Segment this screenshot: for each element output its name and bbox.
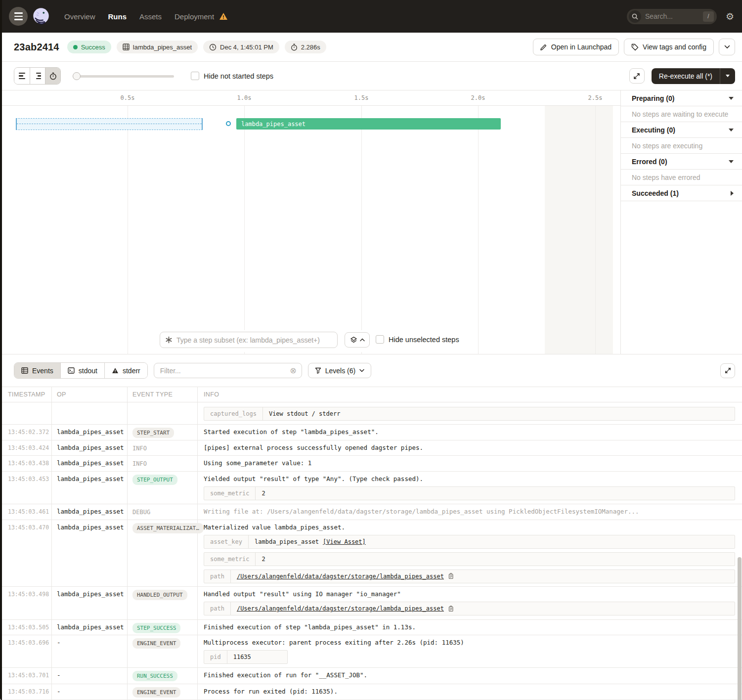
search-input[interactable]: Search... /: [627, 9, 717, 24]
gantt-chart-area[interactable]: lambda_pipes_asset Hide unselected steps: [0, 106, 620, 354]
metadata-entry: asset_key lambda_pipes_asset[View Asset]: [204, 535, 735, 549]
event-type-label: INFO: [132, 460, 147, 467]
view-stdout-stderr-link[interactable]: View stdout / stderr: [269, 410, 341, 418]
job-name: lambda_pipes_asset: [133, 44, 192, 51]
tab-stderr[interactable]: stderr: [104, 363, 147, 378]
dagster-logo-icon[interactable]: [31, 6, 51, 27]
table-header-row: TIMESTAMP OP EVENT TYPE INFO: [0, 387, 742, 402]
tag-icon: [631, 44, 639, 51]
metadata-value: 2: [256, 487, 271, 500]
hide-unselected-wrap: Hide unselected steps: [376, 335, 459, 344]
nav-link-runs[interactable]: Runs: [108, 12, 127, 21]
panel-section-preparing[interactable]: Preparing (0): [621, 90, 742, 106]
zoom-slider[interactable]: [73, 72, 174, 80]
nav-link-overview[interactable]: Overview: [64, 12, 95, 21]
tab-events[interactable]: Events: [14, 363, 60, 378]
panel-section-errored[interactable]: Errored (0): [621, 154, 742, 170]
expand-icon: [725, 367, 731, 374]
metadata-entry: some_metric 2: [204, 486, 735, 500]
time-axis: 0.5s 1.0s 1.5s 2.0s 2.5s: [0, 90, 620, 106]
copy-icon[interactable]: [448, 606, 454, 612]
table-row: 13:45:03.696 - ENGINE_EVENT Multiprocess…: [0, 635, 742, 668]
view-asset-link[interactable]: [View Asset]: [323, 538, 366, 546]
copy-icon[interactable]: [448, 573, 454, 579]
table-row: captured_logs View stdout / stderr: [0, 402, 742, 425]
log-filter-input[interactable]: [160, 367, 290, 375]
zoom-slider-thumb[interactable]: [73, 72, 81, 80]
section-empty-text: No steps are waiting to execute: [632, 110, 728, 118]
nested-list-icon: [34, 73, 41, 80]
materialization-dot-marker[interactable]: [226, 121, 231, 126]
panel-section-succeeded[interactable]: Succeeded (1): [621, 185, 742, 201]
settings-gear-icon[interactable]: ⚙: [726, 12, 734, 21]
warning-triangle-icon: [112, 367, 119, 374]
metadata-key: some_metric: [204, 487, 256, 500]
event-message: Materialized value lambda_pipes_asset.: [204, 524, 736, 531]
duration-tag: 2.286s: [285, 41, 326, 53]
col-event-type: EVENT TYPE: [128, 387, 198, 402]
funnel-icon: [315, 367, 321, 374]
step-status-panel: Preparing (0) No steps are waiting to ex…: [621, 90, 742, 354]
table-row: 13:45:03.498 lambda_pipes_asset HANDLED_…: [0, 587, 742, 619]
graph-query-toggle-button[interactable]: [345, 332, 370, 348]
step-bar-label: lambda_pipes_asset: [241, 121, 306, 128]
expand-icon: [633, 73, 640, 80]
status-dot-icon: [73, 45, 78, 49]
hide-unselected-checkbox[interactable]: [376, 335, 384, 344]
gantt-toolbar: Hide not started steps Re-execute all (*…: [0, 62, 742, 90]
path-link[interactable]: /Users/alangenfeld/data/dagster/storage/…: [237, 572, 444, 580]
table-row: 13:45:03.716 - ENGINE_EVENT Process for …: [0, 684, 742, 700]
zoom-slider-track[interactable]: [73, 75, 174, 78]
table-row: 13:45:03.461 lambda_pipes_asset DEBUG Wr…: [0, 504, 742, 520]
table-row: 13:45:03.470 lambda_pipes_asset ASSET_MA…: [0, 520, 742, 587]
event-type-badge: ENGINE_EVENT: [132, 687, 180, 698]
axis-tick: 2.0s: [471, 94, 485, 101]
flat-view-button[interactable]: [14, 68, 30, 84]
caret-right-icon: [731, 191, 734, 196]
hide-not-started-checkbox[interactable]: [191, 72, 199, 80]
gridline: [595, 106, 596, 354]
step-bar-lambda-pipes-asset[interactable]: lambda_pipes_asset: [236, 118, 501, 130]
caret-down-icon: [729, 129, 734, 131]
run-actions-chevron-button[interactable]: [719, 39, 735, 55]
gantt-fullscreen-button[interactable]: [629, 68, 645, 84]
search-icon: [629, 10, 641, 23]
log-section: Events stdout stderr ⊗ Levels (6): [0, 354, 742, 700]
search-shortcut-badge: /: [703, 11, 714, 22]
levels-dropdown-button[interactable]: Levels (6): [308, 363, 371, 378]
clear-filter-icon[interactable]: ⊗: [290, 367, 296, 375]
vertical-scrollbar[interactable]: [738, 557, 742, 700]
hide-unselected-label: Hide unselected steps: [389, 336, 459, 344]
gridline: [478, 106, 479, 354]
job-grid-icon: [123, 44, 130, 50]
caret-down-icon: [729, 97, 734, 100]
metadata-entry: path /Users/alangenfeld/data/dagster/sto…: [204, 569, 735, 583]
event-type-badge: ASSET_MATERIALIZAT…: [132, 523, 204, 533]
step-subset-input[interactable]: [176, 336, 332, 344]
timer-icon: [49, 72, 57, 80]
timed-view-button[interactable]: [45, 68, 60, 84]
open-in-launchpad-button[interactable]: Open in Launchpad: [533, 39, 619, 55]
nav-link-deployment[interactable]: Deployment: [175, 12, 214, 21]
reexecute-all-button[interactable]: Re-execute all (*): [652, 68, 720, 84]
event-type-label: DEBUG: [132, 509, 150, 516]
nav-link-assets[interactable]: Assets: [139, 12, 162, 21]
reexecute-dropdown-button[interactable]: [720, 68, 735, 84]
panel-section-executing[interactable]: Executing (0): [621, 122, 742, 138]
table-icon: [21, 367, 28, 374]
col-timestamp: TIMESTAMP: [0, 387, 52, 402]
path-link[interactable]: /Users/alangenfeld/data/dagster/storage/…: [237, 605, 444, 612]
logs-fullscreen-button[interactable]: [720, 363, 735, 378]
hamburger-menu-button[interactable]: [9, 7, 28, 26]
event-type-badge: ENGINE_EVENT: [132, 638, 180, 649]
events-table: TIMESTAMP OP EVENT TYPE INFO captured_lo…: [0, 387, 742, 700]
view-tags-config-button[interactable]: View tags and config: [624, 39, 714, 55]
job-tag[interactable]: lambda_pipes_asset: [117, 41, 198, 53]
axis-tick: 1.5s: [354, 94, 369, 101]
metadata-key: asset_key: [204, 535, 249, 548]
reexecute-split-button: Re-execute all (*): [652, 68, 735, 84]
step-waiting-segment: [16, 118, 203, 130]
tab-stdout[interactable]: stdout: [60, 363, 104, 378]
op-selector-icon: [165, 336, 173, 344]
waterfall-view-button[interactable]: [30, 68, 45, 84]
